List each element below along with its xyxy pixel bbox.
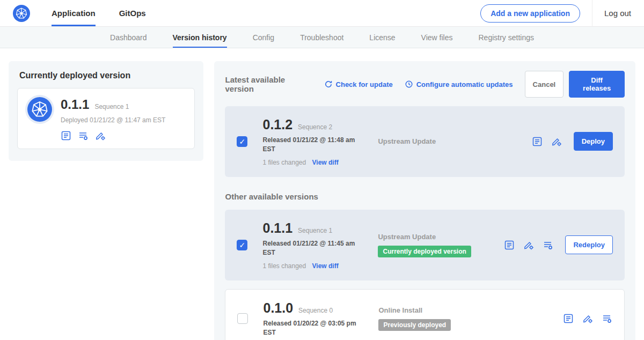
edit-config-icon[interactable] xyxy=(582,313,593,324)
files-changed-label: 1 files changed xyxy=(262,262,306,270)
version-checkbox[interactable] xyxy=(237,136,247,147)
check-for-update-link[interactable]: Check for update xyxy=(324,80,393,88)
kots-admin-console: Application GitOps Add a new application… xyxy=(0,0,644,340)
logout-link[interactable]: Log out xyxy=(592,0,631,27)
edit-config-icon[interactable] xyxy=(551,136,562,147)
source-label: Online Install xyxy=(378,306,504,314)
version-number: 0.1.2 xyxy=(262,117,292,132)
version-actions: Redeploy xyxy=(504,235,613,254)
subnav-tab-config[interactable]: Config xyxy=(253,27,274,48)
version-info: 0.1.2 Sequence 2 Released 01/21/22 @ 11:… xyxy=(262,117,378,166)
sequence-label: Sequence 1 xyxy=(298,227,332,234)
diff-releases-button[interactable]: Diff releases xyxy=(569,71,625,98)
release-notes-icon[interactable] xyxy=(532,136,543,147)
deployed-timestamp: Deployed 01/21/22 @ 11:47 am EST xyxy=(61,116,165,124)
version-number: 0.1.0 xyxy=(263,300,293,316)
topnav-tabs: Application GitOps xyxy=(52,0,146,26)
subnav-tab-license[interactable]: License xyxy=(369,27,395,48)
release-notes-icon[interactable] xyxy=(504,240,515,250)
add-new-application-button[interactable]: Add a new application xyxy=(480,4,580,23)
release-notes-icon[interactable] xyxy=(563,313,574,324)
version-row-0-1-1: 0.1.1 Sequence 1 Released 01/21/22 @ 11:… xyxy=(225,210,625,280)
redeploy-button[interactable]: Redeploy xyxy=(565,235,613,254)
release-notes-icon[interactable] xyxy=(61,130,71,141)
previously-deployed-badge: Previously deployed xyxy=(378,319,451,331)
logs-icon[interactable] xyxy=(543,240,553,250)
subnav-tab-registry-settings[interactable]: Registry settings xyxy=(479,27,534,48)
deploy-button[interactable]: Deploy xyxy=(574,132,613,151)
subnav-tab-troubleshoot[interactable]: Troubleshoot xyxy=(300,27,343,48)
deployed-sequence-label: Sequence 1 xyxy=(94,103,129,110)
version-row-0-1-0: 0.1.0 Sequence 0 Released 01/20/22 @ 03:… xyxy=(225,289,625,340)
check-for-update-label: Check for update xyxy=(336,80,393,88)
edit-config-icon[interactable] xyxy=(95,130,106,141)
version-source: Upstream Update Currently deployed versi… xyxy=(378,233,504,257)
subnav-tab-version-history[interactable]: Version history xyxy=(173,27,227,48)
topnav-right: Add a new application Log out xyxy=(480,0,631,26)
version-history-panel: Latest available version Check for updat… xyxy=(214,61,635,340)
version-source: Upstream Update xyxy=(378,137,504,145)
released-timestamp: Released 01/21/22 @ 11:45 am EST xyxy=(262,239,362,258)
header-buttons: Cancel Diff releases xyxy=(525,71,625,98)
version-checkbox[interactable] xyxy=(237,313,248,324)
logs-icon[interactable] xyxy=(602,313,612,324)
source-label: Upstream Update xyxy=(378,233,504,241)
currently-deployed-badge: Currently deployed version xyxy=(378,246,471,257)
configure-automatic-updates-link[interactable]: Configure automatic updates xyxy=(405,80,513,88)
subnav-tab-dashboard[interactable]: Dashboard xyxy=(110,27,147,48)
subnav-tab-view-files[interactable]: View files xyxy=(421,27,453,48)
latest-version-title: Latest available version xyxy=(225,75,314,93)
version-number: 0.1.1 xyxy=(262,220,292,236)
app-subnav: Dashboard Version history Config Trouble… xyxy=(0,27,644,48)
version-actions: Deploy xyxy=(532,132,613,151)
kubernetes-helm-icon xyxy=(27,97,52,122)
files-changed: 1 files changed View diff xyxy=(262,159,378,166)
version-info: 0.1.1 Sequence 1 Released 01/21/22 @ 11:… xyxy=(262,220,378,270)
cancel-button[interactable]: Cancel xyxy=(525,71,564,98)
topnav-tab-gitops[interactable]: GitOps xyxy=(119,0,146,26)
logs-icon[interactable] xyxy=(78,130,89,141)
topnav-tab-application[interactable]: Application xyxy=(52,0,96,26)
deployed-version-card: 0.1.1 Sequence 1 Deployed 01/21/22 @ 11:… xyxy=(17,88,195,149)
source-label: Upstream Update xyxy=(378,137,504,145)
latest-version-header: Latest available version Check for updat… xyxy=(225,71,625,98)
refresh-icon xyxy=(324,80,333,88)
version-actions xyxy=(563,313,612,324)
deployed-version-number: 0.1.1 xyxy=(61,97,89,112)
currently-deployed-panel: Currently deployed version 0.1.1 xyxy=(9,61,203,161)
kubernetes-helm-icon xyxy=(13,5,30,22)
version-info: 0.1.0 Sequence 0 Released 01/20/22 @ 03:… xyxy=(263,300,378,338)
main-content: Currently deployed version 0.1.1 xyxy=(0,48,644,340)
view-diff-link[interactable]: View diff xyxy=(312,262,339,270)
version-row-0-1-2: 0.1.2 Sequence 2 Released 01/21/22 @ 11:… xyxy=(225,106,625,177)
view-diff-link[interactable]: View diff xyxy=(312,159,339,166)
released-timestamp: Released 01/21/22 @ 11:48 am EST xyxy=(262,136,362,154)
deployed-action-icons xyxy=(61,130,165,141)
configure-automatic-updates-label: Configure automatic updates xyxy=(416,80,513,88)
version-checkbox[interactable] xyxy=(237,240,247,250)
files-changed: 1 files changed View diff xyxy=(262,262,378,270)
files-changed-label: 1 files changed xyxy=(262,159,306,166)
sequence-label: Sequence 0 xyxy=(298,307,333,314)
app-logo xyxy=(13,0,30,26)
clock-icon xyxy=(405,80,413,88)
edit-config-icon[interactable] xyxy=(523,240,534,250)
sequence-label: Sequence 2 xyxy=(298,123,332,131)
other-versions-title: Other available versions xyxy=(225,192,625,201)
currently-deployed-title: Currently deployed version xyxy=(17,71,195,80)
version-source: Online Install Previously deployed xyxy=(378,306,504,331)
top-navbar: Application GitOps Add a new application… xyxy=(0,0,644,27)
released-timestamp: Released 01/20/22 @ 03:05 pm EST xyxy=(263,319,362,338)
